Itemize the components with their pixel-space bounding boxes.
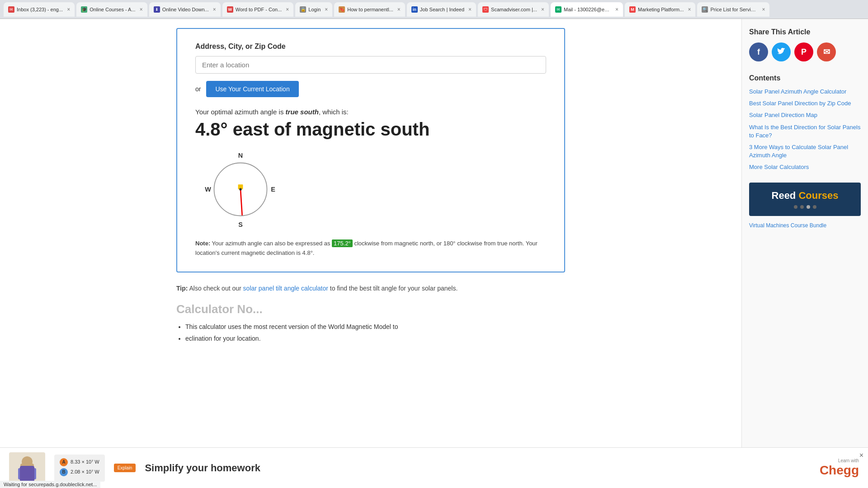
reed-dot-3[interactable] <box>807 205 810 209</box>
highlight-value: 175.2° <box>332 239 353 247</box>
svg-point-5 <box>22 456 33 467</box>
tab-favicon: in <box>411 6 418 13</box>
tab-scam[interactable]: 🛡 Scamadviser.com |... × <box>478 2 549 17</box>
tab-price-list[interactable]: 🔍 Price List for Services × <box>697 2 769 17</box>
tab-close-btn[interactable]: × <box>67 6 70 13</box>
tab-label: Mail - 1300226@en... <box>564 7 611 12</box>
contents-item-2[interactable]: Best Solar Panel Direction by Zip Code <box>749 99 861 108</box>
tab-close-btn[interactable]: × <box>213 6 216 13</box>
reed-nav-dots <box>756 205 854 209</box>
current-location-button[interactable]: Use Your Current Location <box>206 81 298 97</box>
ad-close-button[interactable]: × <box>859 451 863 460</box>
reed-ad-title: Reed Courses <box>756 190 854 202</box>
reed-dot-2[interactable] <box>800 205 804 209</box>
twitter-share-button[interactable] <box>772 42 791 61</box>
tab-online-courses[interactable]: 🎓 Online Courses - A... × <box>76 2 147 17</box>
contents-link-3[interactable]: Solar Panel Direction Map <box>749 112 817 118</box>
location-input[interactable] <box>195 56 546 74</box>
tab-label: Scamadviser.com |... <box>491 7 537 12</box>
option-b-value: 2.08 × 10⁷ W <box>71 469 99 475</box>
tab-label: Price List for Services <box>710 7 758 12</box>
contents-list: Solar Panel Azimuth Angle Calculator Bes… <box>749 88 861 172</box>
or-text: or <box>195 85 201 93</box>
reed-dot-4[interactable] <box>813 205 816 209</box>
tab-favicon: W <box>227 6 233 13</box>
chegg-label: Chegg <box>820 463 859 478</box>
contents-link-2[interactable]: Best Solar Panel Direction by Zip Code <box>749 100 851 107</box>
tab-close-btn[interactable]: × <box>541 6 544 13</box>
tab-favicon: 🔒 <box>300 6 306 13</box>
virtual-machines-link[interactable]: Virtual Machines Course Bundle <box>749 222 826 229</box>
reed-dot-1[interactable] <box>794 205 797 209</box>
tab-label: Job Search | Indeed <box>420 7 464 12</box>
tab-favicon: 🛡 <box>482 6 489 13</box>
explain-button[interactable]: Explain <box>114 464 136 472</box>
share-title: Share This Article <box>749 28 861 36</box>
tab-mail-active[interactable]: ✉ Mail - 1300226@en... × <box>551 2 623 17</box>
option-b-icon: B <box>60 468 68 476</box>
share-buttons: f P ✉ <box>749 42 861 61</box>
reed-courses-ad[interactable]: Reed Courses <box>749 183 861 216</box>
tab-label: Word to PDF - Con... <box>236 7 282 12</box>
azimuth-result: 4.8° east of magnetic south <box>195 119 546 140</box>
tab-close-btn[interactable]: × <box>762 6 765 13</box>
compass-east-label: E <box>271 186 275 193</box>
chegg-learn-text: Learn with <box>838 458 859 463</box>
tab-favicon: M <box>629 6 636 13</box>
status-bar: Waiting for securepads.g.doubleclick.net… <box>0 481 100 488</box>
article-wrapper: Address, City, or Zip Code or Use Your C… <box>167 19 574 355</box>
tab-close-btn[interactable]: × <box>140 6 143 13</box>
contents-title: Contents <box>749 74 861 82</box>
browser-tab-bar: ✉ Inbox (3,223) - eng... × 🎓 Online Cour… <box>0 0 868 19</box>
bullet-list: This calculator uses the most recent ver… <box>167 322 574 344</box>
contents-item-3[interactable]: Solar Panel Direction Map <box>749 111 861 119</box>
simplify-text: Simplify your homework <box>145 462 260 474</box>
option-a-value: 8.33 × 10⁷ W <box>71 459 99 465</box>
contents-link-4[interactable]: What Is the Best Direction for Solar Pan… <box>749 124 860 139</box>
contents-link-5[interactable]: 3 More Ways to Calculate Solar Panel Azi… <box>749 144 848 159</box>
facebook-share-button[interactable]: f <box>749 42 768 61</box>
email-share-button[interactable]: ✉ <box>817 42 836 61</box>
svg-point-3 <box>239 188 241 190</box>
tab-favicon: 🎓 <box>81 6 87 13</box>
tab-close-btn[interactable]: × <box>286 6 289 13</box>
tab-favicon: 🔖 <box>339 6 345 13</box>
calculator-box: Address, City, or Zip Code or Use Your C… <box>176 28 565 272</box>
tab-close-btn[interactable]: × <box>325 6 328 13</box>
contents-item-5[interactable]: 3 More Ways to Calculate Solar Panel Azi… <box>749 143 861 160</box>
bullet-item-2: eclination for your location. <box>185 333 565 343</box>
compass-west-label: W <box>205 186 211 193</box>
contents-item-1[interactable]: Solar Panel Azimuth Angle Calculator <box>749 88 861 96</box>
ad-content: Simplify your homework <box>145 462 810 474</box>
compass-south-label: S <box>238 221 243 228</box>
tab-inbox[interactable]: ✉ Inbox (3,223) - eng... × <box>4 2 75 17</box>
reed-text: Reed <box>772 190 796 201</box>
tab-label: How to permanentl... <box>347 7 393 12</box>
tab-favicon: ✉ <box>555 6 561 13</box>
tab-close-btn[interactable]: × <box>615 6 618 13</box>
contents-item-4[interactable]: What Is the Best Direction for Solar Pan… <box>749 123 861 140</box>
tab-close-btn[interactable]: × <box>688 6 691 13</box>
tab-indeed[interactable]: in Job Search | Indeed × <box>407 2 476 17</box>
or-label: or Use Your Current Location <box>195 81 546 97</box>
tilt-calculator-link[interactable]: solar panel tilt angle calculator <box>243 285 328 292</box>
tab-word-pdf[interactable]: W Word to PDF - Con... × <box>222 2 294 17</box>
chegg-branding: Learn with Chegg <box>820 458 859 478</box>
tab-favicon: ✉ <box>8 6 14 13</box>
compass-svg: N S E W <box>200 149 281 230</box>
ad-math-row-b: B 2.08 × 10⁷ W <box>60 468 99 476</box>
tip-label: Tip: <box>176 285 188 292</box>
tab-marketing[interactable]: M Marketing Platform... × <box>625 2 696 17</box>
tab-login[interactable]: 🔒 Login × <box>295 2 332 17</box>
tab-close-btn[interactable]: × <box>397 6 401 13</box>
compass-north-label: N <box>238 152 243 159</box>
note-paragraph: Note: Your azimuth angle can also be exp… <box>195 239 546 258</box>
contents-link-1[interactable]: Solar Panel Azimuth Angle Calculator <box>749 88 846 95</box>
ad-math-row-a: A 8.33 × 10⁷ W <box>60 458 99 466</box>
contents-item-6[interactable]: More Solar Calculators <box>749 163 861 171</box>
tab-close-btn[interactable]: × <box>468 6 472 13</box>
tab-how-to[interactable]: 🔖 How to permanentl... × <box>334 2 405 17</box>
contents-link-6[interactable]: More Solar Calculators <box>749 164 809 170</box>
pinterest-share-button[interactable]: P <box>794 42 813 61</box>
tab-video-down[interactable]: ⬇ Online Video Down... × <box>149 2 221 17</box>
